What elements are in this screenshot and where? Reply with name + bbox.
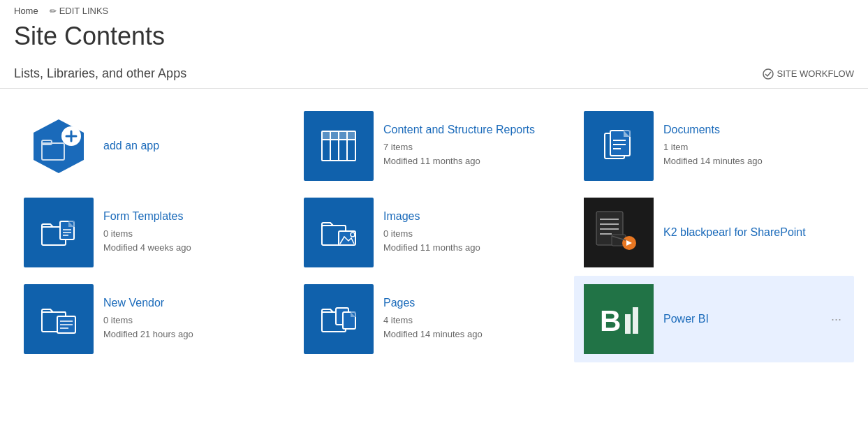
svg-rect-47 — [343, 312, 355, 329]
grid-item-documents[interactable]: Documents 1 itemModified 14 minutes ago — [574, 103, 854, 189]
svg-point-0 — [763, 69, 773, 79]
svg-rect-23 — [60, 221, 74, 239]
app-name: Content and Structure Reports — [383, 123, 564, 138]
app-meta: 0 itemsModified 11 months ago — [383, 227, 564, 256]
blue-table-icon — [304, 111, 374, 181]
svg-rect-51 — [633, 307, 638, 334]
site-workflow-label: SITE WORKFLOW — [777, 68, 855, 79]
ellipsis-button[interactable]: ··· — [828, 311, 844, 327]
svg-rect-13 — [331, 132, 338, 139]
item-actions: ··· — [828, 311, 844, 327]
app-name: Images — [383, 209, 564, 224]
grid-item-power-bi[interactable]: B Power BI ··· — [574, 276, 854, 362]
svg-rect-50 — [625, 314, 631, 334]
svg-rect-14 — [339, 132, 346, 139]
app-name: Form Templates — [103, 209, 284, 224]
section-title: Lists, Libraries, and other Apps — [14, 66, 186, 81]
k2-icon — [584, 198, 654, 267]
items-grid: add an app Content and Structure Reports… — [0, 91, 868, 374]
app-name: Pages — [383, 296, 564, 311]
grid-item-form-templates[interactable]: Form Templates 0 itemsModified 4 weeks a… — [14, 189, 294, 276]
blue-docs-icon — [584, 111, 654, 181]
app-name: add an app — [103, 139, 284, 154]
app-name: Power BI — [663, 312, 818, 327]
checkmark-icon — [763, 68, 774, 80]
app-info: Content and Structure Reports 7 itemsMod… — [383, 123, 564, 169]
blue-folder-list-icon — [24, 284, 94, 354]
app-name: Documents — [663, 123, 844, 138]
grid-item-new-vendor[interactable]: New Vendor 0 itemsModified 21 hours ago — [14, 276, 294, 362]
page-title: Site Contents — [0, 19, 868, 59]
app-name: K2 blackpearl for SharePoint — [663, 226, 844, 240]
blue-pages-icon — [304, 284, 374, 354]
app-info: Form Templates 0 itemsModified 4 weeks a… — [103, 209, 284, 256]
app-meta: 7 itemsModified 11 months ago — [383, 140, 564, 170]
pencil-icon: ✏ — [50, 6, 57, 16]
svg-marker-1 — [34, 119, 84, 173]
grid-item-images[interactable]: Images 0 itemsModified 11 months ago — [294, 189, 574, 276]
grid-item-pages[interactable]: Pages 4 itemsModified 14 minutes ago — [294, 276, 574, 362]
grid-item-k2-blackpearl[interactable]: K2 blackpearl for SharePoint — [574, 189, 854, 276]
app-meta: 4 itemsModified 14 minutes ago — [383, 314, 564, 343]
add-app-icon — [24, 111, 94, 181]
app-info: New Vendor 0 itemsModified 21 hours ago — [103, 296, 284, 342]
powerbi-icon: B — [584, 284, 654, 354]
app-info: add an app — [103, 139, 284, 154]
app-info: Documents 1 itemModified 14 minutes ago — [663, 123, 844, 169]
blue-folder-doc-icon — [24, 198, 94, 267]
grid-item-content-structure-reports[interactable]: Content and Structure Reports 7 itemsMod… — [294, 103, 574, 189]
site-workflow-button[interactable]: SITE WORKFLOW — [763, 68, 855, 80]
grid-item-add-app[interactable]: add an app — [14, 103, 294, 189]
top-nav: Home ✏ EDIT LINKS — [0, 0, 868, 19]
svg-rect-15 — [348, 132, 355, 139]
app-info: Pages 4 itemsModified 14 minutes ago — [383, 296, 564, 342]
svg-rect-29 — [339, 231, 355, 245]
edit-links-label: EDIT LINKS — [59, 6, 109, 16]
app-info: Images 0 itemsModified 11 months ago — [383, 209, 564, 256]
blue-images-icon — [304, 198, 374, 267]
app-meta: 0 itemsModified 4 weeks ago — [103, 227, 284, 256]
svg-rect-12 — [323, 132, 330, 139]
app-info: K2 blackpearl for SharePoint — [663, 226, 844, 240]
app-meta: 0 itemsModified 21 hours ago — [103, 314, 284, 343]
svg-text:B: B — [600, 304, 621, 337]
app-meta: 1 itemModified 14 minutes ago — [663, 140, 844, 170]
edit-links-button[interactable]: ✏ EDIT LINKS — [50, 6, 109, 16]
app-info: Power BI — [663, 312, 818, 327]
home-link[interactable]: Home — [14, 6, 38, 16]
app-name: New Vendor — [103, 296, 284, 311]
section-header: Lists, Libraries, and other Apps SITE WO… — [0, 59, 868, 89]
